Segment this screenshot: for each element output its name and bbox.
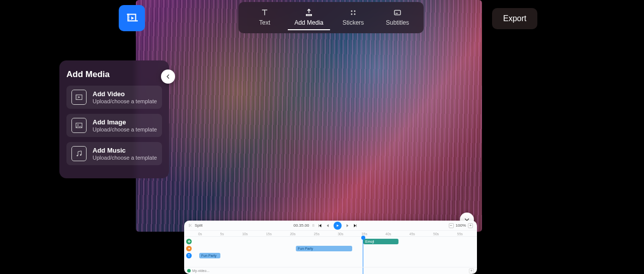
video-icon [71, 90, 87, 105]
ruler-tick: 0s [198, 232, 202, 236]
music-icon [71, 146, 87, 161]
item-title: Add Video [93, 90, 157, 98]
collapse-panel-button[interactable] [161, 70, 175, 84]
add-music-item[interactable]: Add Music Upload/choose a template [66, 142, 162, 165]
text-track-icon[interactable]: T [186, 253, 192, 258]
ruler-tick: 25s [314, 232, 319, 236]
add-media-panel: Add Media Add Video Upload/choose a temp… [59, 60, 169, 178]
timeline-panel: Split 00.35.00 8 − 100% + 0s 5s 10s 15s … [184, 221, 477, 274]
panel-title: Add Media [66, 70, 162, 80]
svg-point-6 [129, 19, 130, 20]
ruler-tick: 15s [266, 232, 272, 236]
timeline-controls: Split 00.35.00 8 − 100% + [184, 221, 477, 231]
tab-label: Text [259, 19, 270, 26]
svg-marker-1 [131, 17, 134, 20]
ruler-tick: 20s [290, 232, 295, 236]
skip-back-icon[interactable] [317, 223, 323, 228]
top-toolbar: Text Add Media Stickers Subtitles [238, 2, 424, 33]
chevron-left-icon [165, 74, 171, 80]
svg-point-21 [189, 226, 190, 227]
item-title: Add Image [93, 118, 157, 126]
app-logo [119, 5, 145, 31]
zoom-in-button[interactable]: + [468, 223, 473, 228]
item-title: Add Music [93, 147, 157, 154]
tab-stickers[interactable]: Stickers [332, 5, 374, 30]
svg-point-18 [76, 155, 78, 157]
play-button[interactable] [334, 222, 342, 230]
svg-point-9 [351, 14, 353, 15]
svg-point-20 [189, 224, 190, 225]
time-end: 8 [312, 223, 314, 228]
add-track-button[interactable]: + [469, 268, 474, 273]
svg-point-19 [80, 154, 82, 156]
tab-label: Subtitles [386, 19, 409, 26]
clip-emoji[interactable]: Emoji [363, 239, 398, 244]
project-name: My-video... [192, 269, 209, 272]
subtitles-icon [393, 8, 402, 17]
clip-fun-party[interactable]: Fun Party [296, 246, 352, 251]
split-label[interactable]: Split [195, 223, 203, 228]
sticker-track-icon[interactable]: ✦ [186, 246, 192, 251]
svg-marker-14 [78, 96, 80, 98]
svg-point-8 [354, 11, 356, 12]
zoom-level: 100% [456, 223, 466, 228]
move-track-icon[interactable]: ✥ [186, 239, 192, 244]
status-dot [187, 269, 191, 272]
tab-label: Stickers [343, 19, 364, 26]
svg-point-4 [129, 16, 130, 17]
item-sub: Upload/choose a template [93, 155, 157, 161]
image-icon [71, 118, 87, 133]
item-sub: Upload/choose a template [93, 98, 157, 104]
tab-text[interactable]: Text [244, 5, 286, 30]
time-current: 00.35.00 [293, 223, 309, 228]
svg-marker-22 [337, 224, 339, 227]
svg-rect-11 [394, 11, 400, 15]
svg-point-7 [351, 11, 353, 12]
tab-add-media[interactable]: Add Media [288, 5, 330, 30]
ruler-tick: 45s [410, 232, 415, 236]
timeline-ruler[interactable]: 0s 5s 10s 15s 20s 25s 30s 35s 40s 45s 50… [184, 231, 477, 237]
export-button[interactable]: Export [492, 8, 537, 29]
svg-point-10 [354, 14, 356, 15]
ruler-tick: 40s [385, 232, 391, 236]
ruler-tick: 10s [242, 232, 248, 236]
video-canvas[interactable] [136, 0, 482, 232]
timeline-tracks[interactable]: ✥ ✦ T Emoji Fun Party Fun Party [184, 237, 477, 267]
add-video-item[interactable]: Add Video Upload/choose a template [66, 86, 162, 109]
upload-icon [304, 8, 313, 17]
ruler-tick: 50s [433, 232, 439, 236]
export-label: Export [503, 14, 526, 23]
ruler-tick: 5s [220, 232, 224, 236]
next-frame-icon[interactable] [345, 223, 350, 228]
clip-fun-party-small[interactable]: Fun Party [199, 253, 220, 258]
ruler-tick: 55s [457, 232, 463, 236]
svg-point-17 [77, 124, 78, 125]
zoom-out-button[interactable]: − [449, 223, 454, 228]
crop-icon [125, 12, 138, 25]
split-icon[interactable] [188, 223, 193, 228]
svg-point-5 [129, 17, 130, 18]
ruler-tick: 30s [338, 232, 343, 236]
item-sub: Upload/choose a template [93, 126, 157, 132]
skip-forward-icon[interactable] [353, 223, 358, 228]
prev-frame-icon[interactable] [326, 223, 331, 228]
tab-subtitles[interactable]: Subtitles [376, 5, 419, 30]
add-image-item[interactable]: Add Image Upload/choose a template [66, 114, 162, 137]
stickers-icon [349, 8, 358, 17]
play-icon [336, 224, 340, 228]
text-icon [260, 8, 269, 17]
tab-label: Add Media [294, 19, 323, 26]
